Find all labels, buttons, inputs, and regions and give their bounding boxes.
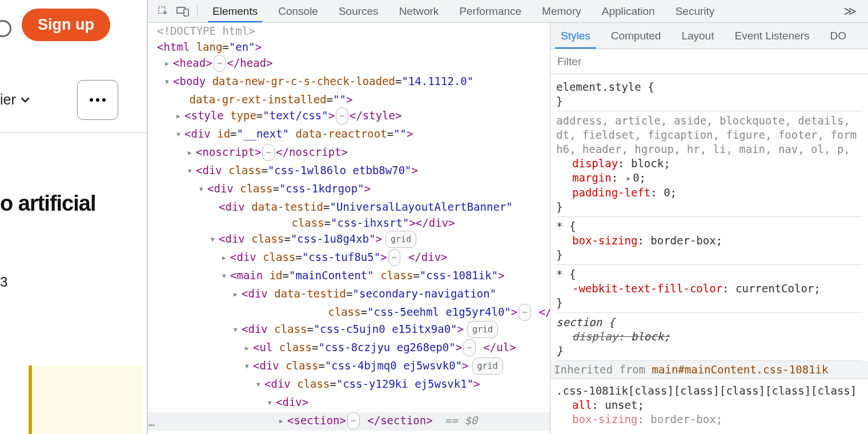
- rule-css1081ik[interactable]: .css-1081ik[class][class][class][class][…: [556, 381, 862, 429]
- website-preview-panel: Sign up ier o artificial 3: [0, 0, 147, 434]
- search-icon[interactable]: [0, 20, 11, 37]
- dom-secnav[interactable]: <div data-testid="secondary-navigation" …: [148, 286, 550, 321]
- sidebar-tab-event-listeners[interactable]: Event Listeners: [724, 23, 819, 49]
- dom-ul[interactable]: <ul class="css-8czjyu eg268ep0">⋯ </ul>: [148, 339, 550, 357]
- divider: [0, 132, 147, 133]
- styles-filter-row: [550, 49, 868, 74]
- tab-security[interactable]: Security: [665, 0, 725, 22]
- expand-arrow-icon[interactable]: [279, 411, 287, 429]
- expand-arrow-icon[interactable]: [222, 266, 230, 284]
- dom-alert-div[interactable]: <div data-testid="UniversalLayoutAlertBa…: [148, 199, 550, 231]
- expand-arrow-icon[interactable]: [211, 230, 219, 248]
- page-title: o artificial: [0, 191, 96, 216]
- expand-arrow-icon[interactable]: [222, 248, 230, 266]
- dom-div-1u8g4xb[interactable]: <div class="css-1u8g4xb">grid: [148, 231, 550, 249]
- dom-style[interactable]: <style type="text/css">⋯</style>: [148, 107, 550, 126]
- dom-main[interactable]: <main id="mainContent" class="css-1081ik…: [148, 267, 550, 286]
- rule-star-textfill[interactable]: * { -webkit-text-fill-color: currentColo…: [556, 265, 862, 313]
- expand-arrow-icon[interactable]: [234, 284, 242, 303]
- more-options-button[interactable]: [77, 80, 118, 120]
- tab-sources[interactable]: Sources: [328, 0, 389, 22]
- dropdown-label: ier: [0, 91, 16, 108]
- expand-arrow-icon[interactable]: [268, 393, 276, 411]
- styles-rules[interactable]: element.style { } address, article, asid…: [550, 74, 868, 434]
- dom-div-c5ujn0[interactable]: <div class="css-c5ujn0 e15itx9a0">grid: [148, 321, 550, 339]
- selection-marker: == $0: [445, 414, 477, 427]
- devtools-toolbar: Elements Console Sources Network Perform…: [148, 0, 868, 23]
- expand-arrow-icon[interactable]: [176, 124, 184, 143]
- tab-console[interactable]: Console: [268, 0, 328, 22]
- expand-arrow-icon[interactable]: [188, 161, 196, 179]
- dom-doctype[interactable]: <!DOCTYPE html>: [148, 23, 550, 39]
- styles-filter-input[interactable]: [557, 55, 861, 68]
- dom-div-wl86lo[interactable]: <div class="css-1wl86lo etbb8w70">: [148, 162, 550, 180]
- row-actions-icon[interactable]: …: [148, 415, 155, 431]
- expand-arrow-icon[interactable]: [165, 72, 173, 90]
- more-dots-icon: [90, 98, 106, 102]
- sidebar-tab-layout[interactable]: Layout: [671, 23, 724, 49]
- tab-elements[interactable]: Elements: [202, 0, 268, 22]
- rule-element-style[interactable]: element.style { }: [556, 78, 862, 111]
- inherited-from-header: Inherited from main#mainContent.css-1081…: [550, 361, 868, 379]
- fragment-text: 3: [0, 274, 7, 290]
- expand-arrow-icon[interactable]: [165, 54, 173, 72]
- expand-arrow-icon[interactable]: [245, 338, 253, 356]
- svg-rect-2: [184, 9, 188, 16]
- dom-head[interactable]: <head>⋯</head>: [148, 55, 550, 73]
- expand-arrow-icon[interactable]: [234, 320, 242, 338]
- sidebar-tab-styles[interactable]: Styles: [550, 23, 601, 49]
- callout-block: [29, 365, 143, 434]
- chevron-down-icon: [19, 94, 31, 106]
- device-toolbar-icon[interactable]: [173, 0, 192, 22]
- dom-div-tuf8u5[interactable]: <div class="css-tuf8u5">⋯ </div>: [148, 249, 550, 267]
- sidebar-tab-dom-breakpoints[interactable]: DO: [819, 23, 857, 49]
- sidebar-tab-computed[interactable]: Computed: [601, 23, 672, 49]
- dom-div-kdrgop[interactable]: <div class="css-1kdrgop">: [148, 180, 550, 199]
- inspect-element-icon[interactable]: [154, 0, 173, 22]
- expand-arrow-icon[interactable]: [176, 106, 184, 124]
- dom-plain-div-close[interactable]: </div>: [148, 431, 550, 434]
- elements-tree[interactable]: <!DOCTYPE html> <html lang="en"> <head>⋯…: [148, 23, 550, 434]
- rule-star-boxsizing[interactable]: * { box-sizing: border-box; }: [556, 217, 862, 265]
- rule-reset[interactable]: address, article, aside, blockquote, det…: [556, 111, 862, 217]
- dom-html-open[interactable]: <html lang="en">: [148, 39, 550, 55]
- tabs-overflow-button[interactable]: ≫: [838, 4, 862, 19]
- dom-body-open[interactable]: <body data-new-gr-c-s-check-loaded="14.1…: [148, 73, 550, 107]
- devtools-panel: Elements Console Sources Network Perform…: [147, 0, 868, 434]
- tab-application[interactable]: Application: [592, 0, 665, 22]
- dom-noscript[interactable]: <noscript>⋯</noscript>: [148, 144, 550, 162]
- sidebar-tabs: Styles Computed Layout Event Listeners D…: [550, 23, 868, 49]
- tab-performance[interactable]: Performance: [449, 0, 532, 22]
- sign-up-button[interactable]: Sign up: [22, 9, 110, 41]
- dom-next-div[interactable]: <div id="__next" data-reactroot="">: [148, 126, 550, 144]
- rule-section[interactable]: section { display: block; }: [556, 313, 862, 361]
- expand-arrow-icon[interactable]: [199, 179, 207, 198]
- toolbar-separator: [197, 5, 198, 18]
- expand-arrow-icon[interactable]: [256, 375, 264, 393]
- expand-arrow-icon[interactable]: [188, 143, 196, 161]
- dom-div-y129ki[interactable]: <div class="css-y129ki ej5wsvk1">: [148, 376, 550, 394]
- styles-sidebar: Styles Computed Layout Event Listeners D…: [550, 23, 868, 434]
- dom-div-4bjmq0[interactable]: <div class="css-4bjmq0 ej5wsvk0">grid: [148, 357, 550, 376]
- tab-memory[interactable]: Memory: [532, 0, 592, 22]
- dropdown-fragment[interactable]: ier: [0, 91, 31, 108]
- tab-network[interactable]: Network: [389, 0, 449, 22]
- devtools-body: <!DOCTYPE html> <html lang="en"> <head>⋯…: [148, 23, 868, 434]
- dom-section-selected[interactable]: … <section>⋯ </section> == $0: [148, 412, 550, 431]
- dom-plain-div[interactable]: <div>: [148, 394, 550, 412]
- expand-arrow-icon[interactable]: [245, 356, 253, 375]
- devtools-main-tabs: Elements Console Sources Network Perform…: [202, 0, 838, 22]
